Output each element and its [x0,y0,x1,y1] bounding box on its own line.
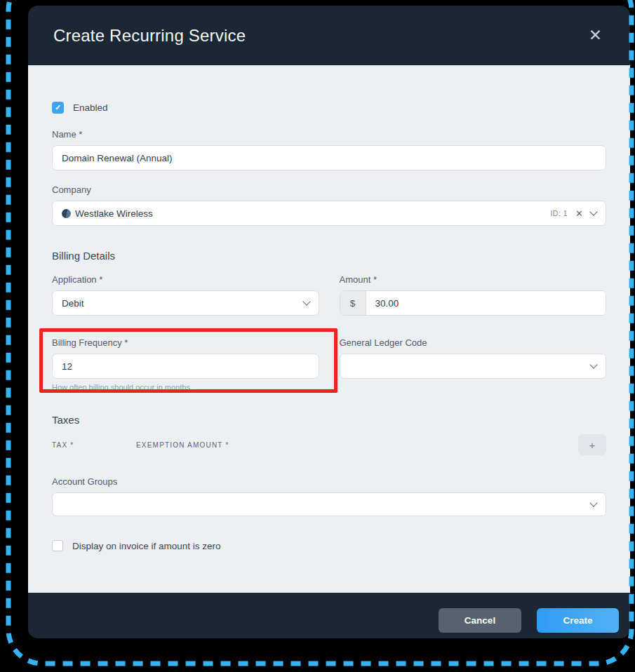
plus-icon: + [589,439,596,451]
general-ledger-label: General Ledger Code [340,337,607,348]
general-ledger-field-group: General Ledger Code [340,337,607,391]
billing-frequency-helper: How often billing should occur in months… [52,383,319,391]
enabled-label: Enabled [73,102,108,113]
exemption-column-header: EXEMPTION AMOUNT * [136,441,229,449]
name-label: Name * [52,129,606,140]
chevron-down-icon[interactable] [589,361,597,368]
application-label: Application * [52,274,319,285]
create-button[interactable]: Create [537,608,619,633]
chevron-down-icon[interactable] [589,208,597,215]
application-select-controls [304,302,309,304]
billing-details-heading: Billing Details [52,250,606,262]
account-groups-field-group: Account Groups [52,476,606,516]
amount-input-group: $ [340,290,607,316]
company-avatar-icon [62,209,71,218]
cancel-button[interactable]: Cancel [439,608,521,633]
application-field-group: Application * Debit [52,274,319,316]
taxes-heading: Taxes [52,414,606,426]
clear-icon[interactable]: ✕ [575,208,583,219]
display-zero-checkbox[interactable] [52,540,63,551]
company-value: Westlake Wireless [75,208,153,219]
company-field-group: Company Westlake Wireless ID: 1 ✕ [52,184,606,226]
billing-frequency-field-group: Billing Frequency * How often billing sh… [52,337,319,391]
taxes-header-row: TAX * EXEMPTION AMOUNT * + [52,434,606,455]
display-zero-label: Display on invoice if amount is zero [72,541,221,551]
account-groups-select-controls [591,503,596,506]
chevron-down-icon[interactable] [302,297,310,305]
amount-label: Amount * [340,274,607,285]
create-recurring-service-modal: Create Recurring Service ✕ ✓ Enabled Nam… [28,6,630,638]
company-id-badge: ID: 1 [550,209,568,217]
application-select[interactable]: Debit [52,290,319,316]
amount-field-group: Amount * $ [340,274,607,316]
chevron-down-icon[interactable] [589,499,597,506]
currency-prefix: $ [340,291,366,315]
general-ledger-select[interactable] [340,354,607,379]
display-zero-checkbox-row: Display on invoice if amount is zero [52,540,606,551]
billing-frequency-input[interactable] [52,354,319,379]
company-select[interactable]: Westlake Wireless ID: 1 ✕ [52,201,606,226]
modal-header: Create Recurring Service ✕ [28,6,630,65]
billing-row-1: Application * Debit Amount * $ [52,274,606,316]
account-groups-select[interactable] [52,492,606,516]
application-value: Debit [62,298,84,309]
checkmark-icon: ✓ [55,103,61,112]
modal-title: Create Recurring Service [53,26,246,46]
close-icon[interactable]: ✕ [586,25,605,46]
modal-footer: Cancel Create [28,593,630,638]
name-field-group: Name * [52,129,606,170]
account-groups-label: Account Groups [52,476,606,487]
add-tax-button[interactable]: + [578,434,606,455]
enabled-checkbox[interactable]: ✓ [52,102,64,114]
enabled-checkbox-row: ✓ Enabled [52,102,606,114]
modal-body: ✓ Enabled Name * Company Westlake Wirele… [28,65,630,593]
billing-row-2: Billing Frequency * How often billing sh… [52,337,606,391]
company-label: Company [52,184,606,195]
billing-frequency-label: Billing Frequency * [52,337,319,348]
general-ledger-select-controls [591,365,596,368]
amount-input[interactable] [366,291,606,315]
tax-column-header: TAX * [52,441,136,449]
company-select-controls: ID: 1 ✕ [550,208,596,219]
name-input[interactable] [52,145,606,170]
